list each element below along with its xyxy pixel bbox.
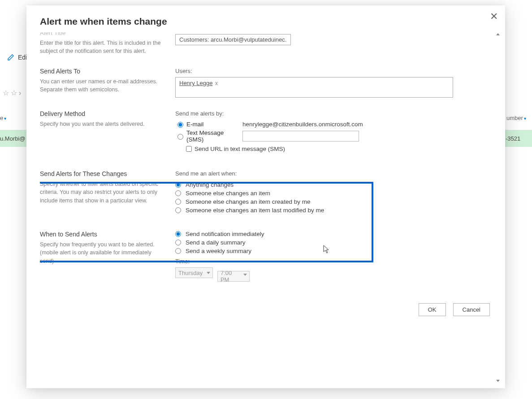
remove-chip-icon[interactable]: x [215, 80, 218, 86]
when-desc: Specify how frequently you want to be al… [40, 240, 164, 265]
background-breadcrumb: ☆ ☆ › [0, 89, 21, 97]
background-edit-action[interactable]: Edi [7, 54, 27, 61]
change-opt-anything-radio[interactable] [175, 182, 181, 188]
delivery-email-label: E-mail [186, 121, 203, 128]
alert-dialog: ✕ Alert me when items change Alert Title… [26, 5, 505, 388]
chevron-down-icon: ▾ [4, 116, 6, 121]
when-weekly-radio[interactable] [175, 248, 181, 254]
chevron-right-icon: › [19, 89, 21, 97]
change-opt-anything: Anything changes [186, 181, 234, 188]
change-opt-created-radio[interactable] [175, 199, 181, 205]
alert-title-value: Customers: arcu.Morbi@vulputateduinec. [179, 36, 286, 43]
when-daily: Send a daily summary [186, 239, 246, 246]
scroll-up-icon[interactable] [496, 33, 500, 35]
when-daily-radio[interactable] [175, 240, 181, 245]
section-when: When to Send Alerts Specify how frequent… [40, 231, 493, 282]
delivery-sms-label: Text Message (SMS) [186, 129, 242, 143]
delivery-email-value: henrylegge@citizenbuilders.onmicrosoft.c… [242, 121, 363, 128]
bg-column-header-right: umber▾ [506, 115, 526, 121]
people-chip[interactable]: Henry Legge [179, 80, 212, 86]
alert-title-input[interactable]: Customers: arcu.Morbi@vulputateduinec. [175, 34, 291, 45]
when-heading: When to Send Alerts [40, 231, 164, 238]
scroll-down-icon[interactable] [496, 380, 500, 382]
time-value: 7:00 PM [221, 270, 241, 283]
dialog-title: Alert me when items change [40, 16, 493, 27]
section-delivery: Delivery Method Specify how you want the… [40, 110, 493, 152]
bg-column-header-right-text: umber [506, 115, 523, 121]
background-edit-label: Edi [18, 54, 27, 61]
delivery-email-radio[interactable] [177, 122, 183, 128]
delivery-desc: Specify how you want the alerts delivere… [40, 120, 164, 128]
chevron-down-icon: ▾ [524, 116, 526, 121]
send-to-desc: You can enter user names or e-mail addre… [40, 77, 164, 94]
bg-column-header-left: e▾ [0, 115, 6, 121]
bg-row-cell-right: -3521 [506, 135, 520, 142]
close-icon[interactable]: ✕ [490, 12, 498, 21]
scrollbar[interactable] [497, 33, 500, 382]
change-opt-modified-radio[interactable] [175, 207, 181, 213]
cancel-button[interactable]: Cancel [453, 303, 490, 316]
star-outline-icon: ☆ [11, 89, 17, 97]
send-url-checkbox[interactable] [186, 146, 192, 152]
delivery-heading: Delivery Method [40, 110, 164, 117]
time-select[interactable]: 7:00 PM [217, 271, 250, 282]
dialog-button-row: OK Cancel [40, 303, 493, 316]
section-send-to: Send Alerts To You can enter user names … [40, 68, 493, 98]
when-immediate: Send notification immediately [186, 231, 264, 237]
day-value: Thursday [178, 270, 203, 276]
star-outline-icon: ☆ [3, 89, 9, 97]
changes-heading: Send Alerts for These Changes [40, 170, 164, 177]
change-opt-else: Someone else changes an item [186, 190, 270, 197]
send-url-label: Send URL in text message (SMS) [195, 146, 285, 152]
time-label: Time: [175, 258, 493, 265]
changes-label: Send me an alert when: [175, 170, 493, 177]
day-select[interactable]: Thursday [175, 267, 213, 278]
bg-column-header-left-text: e [0, 115, 3, 121]
ok-button[interactable]: OK [419, 303, 446, 316]
users-label: Users: [175, 68, 493, 74]
section-alert-title: Alert Title Enter the title for this ale… [40, 32, 493, 55]
change-opt-created: Someone else changes an item created by … [186, 198, 310, 205]
dialog-scroll-area: Alert Title Enter the title for this ale… [40, 32, 501, 383]
alert-title-desc: Enter the title for this alert. This is … [40, 39, 164, 55]
change-opt-else-radio[interactable] [175, 190, 181, 196]
alert-title-heading: Alert Title [40, 32, 164, 36]
delivery-sms-radio[interactable] [177, 134, 183, 140]
when-weekly: Send a weekly summary [186, 248, 251, 254]
send-to-heading: Send Alerts To [40, 68, 164, 75]
pencil-icon [7, 54, 14, 61]
users-people-picker[interactable]: Henry Legge x [175, 77, 453, 98]
bg-row-cell-left: u.Morbi@ [0, 135, 26, 142]
delivery-label: Send me alerts by: [175, 110, 493, 117]
change-opt-modified: Someone else changes an item last modifi… [186, 207, 324, 214]
changes-desc: Specify whether to filter alerts based o… [40, 180, 164, 204]
section-changes: Send Alerts for These Changes Specify wh… [40, 170, 493, 215]
sms-number-input[interactable] [242, 131, 359, 142]
when-immediate-radio[interactable] [175, 231, 181, 237]
